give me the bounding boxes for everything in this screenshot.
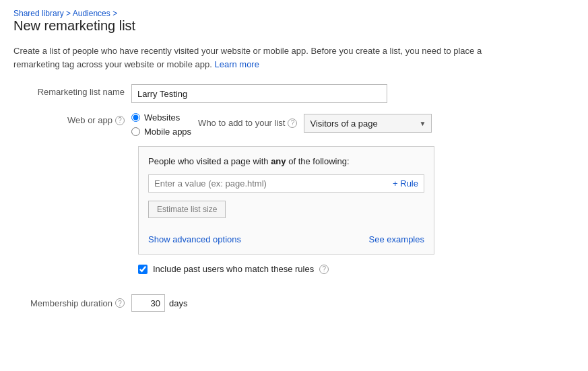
include-past-help-icon[interactable]: ? [319,265,329,274]
web-or-app-help-icon[interactable]: ? [115,116,125,125]
membership-duration-label: Membership duration [30,298,112,308]
rules-footer: Show advanced options See examples [148,234,424,244]
add-rule-link[interactable]: + Rule [387,175,424,192]
breadcrumb-sep1: > [66,9,73,18]
who-to-add-label: Who to add to your list [198,118,285,128]
rules-box: People who visited a page with any of th… [138,146,434,255]
page-title: New remarketing list [13,18,575,34]
visitors-dropdown-container: Visitors of a page ▼ [304,114,432,133]
show-advanced-link[interactable]: Show advanced options [148,234,241,244]
page-description: Create a list of people who have recentl… [13,44,525,71]
membership-duration-help-icon[interactable]: ? [115,298,125,308]
breadcrumb-sep2: > [112,9,117,18]
remarketing-list-name-row: Remarketing list name [13,84,575,103]
days-label: days [169,298,187,308]
who-to-add-row: Who to add to your list ? Visitors of a … [198,112,432,133]
estimate-list-size-button[interactable]: Estimate list size [148,201,226,218]
membership-duration-row: Membership duration ? days [13,294,575,312]
learn-more-link[interactable]: Learn more [214,59,259,69]
visitors-dropdown[interactable]: Visitors of a page ▼ [304,114,432,133]
include-past-users-row: Include past users who match these rules… [138,264,575,274]
rules-any-keyword: any [271,156,286,166]
radio-group-web-app: Websites Mobile apps [131,112,191,137]
breadcrumb-shared-library[interactable]: Shared library [13,9,64,18]
mobile-apps-label: Mobile apps [144,127,191,137]
membership-duration-input[interactable] [131,294,165,312]
remarketing-list-name-input[interactable] [131,84,387,103]
rules-title: People who visited a page with any of th… [148,156,424,166]
who-to-add-label-container: Who to add to your list ? [198,114,297,128]
websites-radio-item[interactable]: Websites [131,112,191,123]
dropdown-arrow-icon: ▼ [420,120,426,127]
visitors-dropdown-value: Visitors of a page [310,119,377,129]
mobile-apps-radio[interactable] [131,127,140,136]
include-past-users-checkbox[interactable] [138,265,148,274]
value-input-row: + Rule [148,174,424,193]
web-app-row: Web or app ? Websites Mobile apps Who to… [13,112,575,137]
websites-radio[interactable] [131,113,140,122]
page-value-input[interactable] [149,175,387,192]
remarketing-list-name-label: Remarketing list name [13,84,131,97]
mobile-apps-radio-item[interactable]: Mobile apps [131,127,191,137]
breadcrumb-audiences[interactable]: Audiences [73,9,110,18]
web-or-app-label: Web or app [67,115,112,125]
breadcrumb: Shared library > Audiences > [13,8,575,18]
include-past-users-label: Include past users who match these rules [153,264,314,274]
web-app-section: Websites Mobile apps Who to add to your … [131,112,432,137]
membership-duration-label-container: Membership duration ? [13,298,131,308]
see-examples-link[interactable]: See examples [369,234,424,244]
websites-label: Websites [144,112,180,123]
rules-title-part2: of the following: [288,156,349,166]
who-to-add-help-icon[interactable]: ? [288,119,297,128]
web-or-app-label-container: Web or app ? [13,112,131,125]
